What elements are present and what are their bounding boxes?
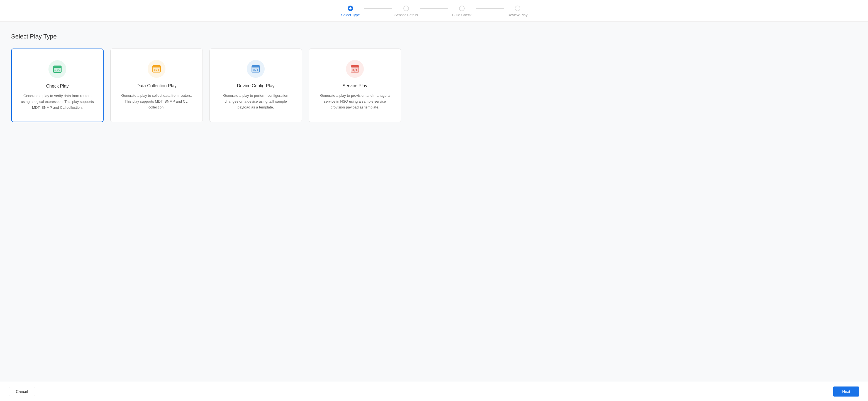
card-icon-device-config-play: </>	[247, 60, 265, 78]
card-title-data-collection-play: Data Collection Play	[136, 83, 177, 88]
svg-text:</>: </>	[253, 68, 259, 72]
footer: Cancel Next	[0, 382, 868, 401]
svg-text:</>: </>	[154, 68, 160, 72]
step-review-play[interactable]: Review Play	[504, 6, 531, 17]
cards-grid: </> Check Play Generate a play to verify…	[11, 49, 401, 122]
card-description-service-play: Generate a play to provision and manage …	[317, 93, 393, 110]
code-icon-check-play: </>	[53, 65, 62, 74]
card-description-data-collection-play: Generate a play to collect data from rou…	[119, 93, 194, 110]
step-circle-select-type	[348, 6, 353, 11]
svg-text:</>: </>	[352, 68, 358, 72]
page-title: Select Play Type	[11, 33, 857, 40]
step-build-check[interactable]: Build Check	[448, 6, 476, 17]
card-icon-data-collection-play: </>	[148, 60, 165, 78]
step-circle-sensor-details	[403, 6, 409, 11]
card-service-play[interactable]: </> Service Play Generate a play to prov…	[309, 49, 401, 122]
main-content: Select Play Type </> Check Play Generate…	[0, 22, 868, 401]
cancel-button[interactable]: Cancel	[9, 387, 35, 396]
card-icon-check-play: </>	[49, 60, 66, 78]
code-icon-device-config-play: </>	[251, 64, 260, 73]
step-label-sensor-details: Sensor Details	[395, 13, 418, 17]
step-circle-build-check	[459, 6, 465, 11]
step-connector-3	[476, 8, 504, 9]
next-button[interactable]: Next	[833, 386, 859, 397]
stepper: Select TypeSensor DetailsBuild CheckRevi…	[0, 0, 868, 22]
card-check-play[interactable]: </> Check Play Generate a play to verify…	[11, 49, 104, 122]
card-title-check-play: Check Play	[46, 84, 69, 89]
svg-rect-14	[351, 65, 359, 67]
step-label-build-check: Build Check	[452, 13, 471, 17]
svg-rect-6	[153, 65, 160, 67]
svg-rect-2	[54, 66, 61, 68]
card-data-collection-play[interactable]: </> Data Collection Play Generate a play…	[110, 49, 203, 122]
step-sensor-details[interactable]: Sensor Details	[392, 6, 420, 17]
card-icon-service-play: </>	[346, 60, 364, 78]
card-title-service-play: Service Play	[343, 83, 367, 88]
step-select-type[interactable]: Select Type	[337, 6, 364, 17]
card-description-check-play: Generate a play to verify data from rout…	[20, 93, 95, 110]
step-connector-1	[364, 8, 392, 9]
svg-rect-10	[252, 65, 259, 67]
card-device-config-play[interactable]: </> Device Config Play Generate a play t…	[210, 49, 302, 122]
step-connector-2	[420, 8, 448, 9]
step-label-review-play: Review Play	[507, 13, 528, 17]
step-circle-review-play	[515, 6, 520, 11]
step-label-select-type: Select Type	[341, 13, 360, 17]
code-icon-data-collection-play: </>	[152, 64, 161, 73]
card-title-device-config-play: Device Config Play	[237, 83, 274, 88]
code-icon-service-play: </>	[350, 64, 359, 73]
card-description-device-config-play: Generate a play to perform configuration…	[218, 93, 293, 110]
svg-text:</>: </>	[54, 68, 60, 72]
